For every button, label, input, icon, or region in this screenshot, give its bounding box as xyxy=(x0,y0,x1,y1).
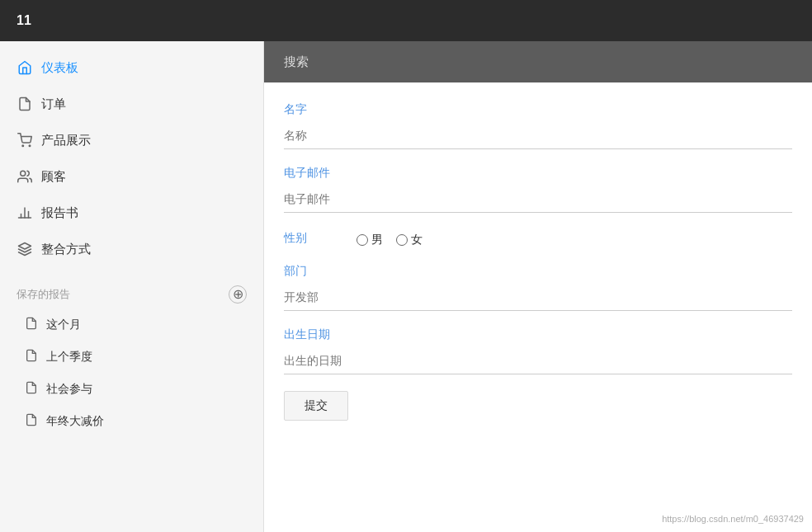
department-form-group: 部门 xyxy=(284,264,792,311)
sidebar-item-dashboard[interactable]: 仪表板 xyxy=(0,49,263,86)
email-form-group: 电子邮件 xyxy=(284,166,792,213)
sidebar-item-reports[interactable]: 报告书 xyxy=(0,195,263,231)
content-header-title: 搜索 xyxy=(284,54,309,70)
birthdate-form-group: 出生日期 xyxy=(284,327,792,374)
saved-report-last-quarter-label: 上个季度 xyxy=(46,350,92,365)
doc-icon xyxy=(17,96,33,112)
gender-female-label: 女 xyxy=(411,233,423,247)
sidebar-nav: 仪表板 订单 产 xyxy=(0,41,263,275)
doc-small-icon-4 xyxy=(25,413,38,429)
submit-form-group: 提交 xyxy=(284,391,792,421)
sidebar-item-products[interactable]: 产品展示 xyxy=(0,122,263,158)
add-report-button[interactable]: ⊕ xyxy=(229,285,247,304)
gender-female-option[interactable]: 女 xyxy=(396,233,423,247)
department-input[interactable] xyxy=(284,284,792,311)
name-label: 名字 xyxy=(284,102,792,117)
main-layout: 仪表板 订单 产 xyxy=(0,41,812,532)
sidebar-item-customers-label: 顾客 xyxy=(41,169,66,185)
sidebar-item-integration-label: 整合方式 xyxy=(41,242,91,257)
sidebar-item-dashboard-label: 仪表板 xyxy=(41,60,78,76)
saved-report-last-quarter[interactable]: 上个季度 xyxy=(0,341,263,373)
saved-report-this-month-label: 这个月 xyxy=(46,318,81,332)
svg-point-1 xyxy=(29,145,31,147)
users-icon xyxy=(17,168,33,185)
sidebar-item-orders[interactable]: 订单 xyxy=(0,86,263,122)
radio-male-icon xyxy=(356,234,368,246)
watermark: https://blog.csdn.net/m0_46937429 xyxy=(662,514,804,524)
saved-report-social-label: 社会参与 xyxy=(46,382,92,397)
gender-form-group: 性别 男 女 xyxy=(284,229,792,247)
email-label: 电子邮件 xyxy=(284,166,792,181)
name-form-group: 名字 xyxy=(284,102,792,149)
svg-point-2 xyxy=(21,171,26,176)
sidebar-item-reports-label: 报告书 xyxy=(41,205,78,221)
topbar-title: 11 xyxy=(17,13,31,28)
sidebar-item-orders-label: 订单 xyxy=(41,97,66,112)
plus-icon: ⊕ xyxy=(233,288,243,301)
birthdate-input[interactable] xyxy=(284,347,792,374)
layers-icon xyxy=(17,241,33,257)
gender-label: 性别 xyxy=(284,231,307,246)
radio-female-icon xyxy=(396,234,408,246)
name-input[interactable] xyxy=(284,122,792,149)
svg-marker-7 xyxy=(19,243,31,250)
saved-reports-label: 保存的报告 xyxy=(17,287,70,302)
email-input[interactable] xyxy=(284,186,792,213)
doc-small-icon-2 xyxy=(25,349,38,365)
saved-report-this-month[interactable]: 这个月 xyxy=(0,308,263,341)
saved-report-year-end[interactable]: 年终大减价 xyxy=(0,405,263,437)
home-icon xyxy=(17,59,33,76)
department-label: 部门 xyxy=(284,264,792,279)
gender-options: 男 女 xyxy=(356,233,423,247)
saved-report-social[interactable]: 社会参与 xyxy=(0,373,263,405)
doc-small-icon-1 xyxy=(25,317,38,332)
sidebar-item-products-label: 产品展示 xyxy=(41,133,91,148)
cart-icon xyxy=(17,132,33,148)
submit-button[interactable]: 提交 xyxy=(284,391,348,421)
saved-report-year-end-label: 年终大减价 xyxy=(46,414,104,429)
content-area: 搜索 名字 电子邮件 性别 男 xyxy=(264,41,812,532)
birthdate-label: 出生日期 xyxy=(284,327,792,342)
sidebar-item-customers[interactable]: 顾客 xyxy=(0,158,263,195)
doc-small-icon-3 xyxy=(25,381,38,397)
gender-male-label: 男 xyxy=(371,233,383,247)
sidebar-item-integration[interactable]: 整合方式 xyxy=(0,231,263,267)
saved-reports-header: 保存的报告 ⊕ xyxy=(0,275,263,308)
content-header: 搜索 xyxy=(264,41,812,82)
topbar: 11 xyxy=(0,0,812,41)
svg-point-0 xyxy=(22,145,24,147)
gender-male-option[interactable]: 男 xyxy=(356,233,383,247)
sidebar: 仪表板 订单 产 xyxy=(0,41,264,532)
content-body: 名字 电子邮件 性别 男 xyxy=(264,82,812,532)
chart-icon xyxy=(17,205,33,221)
